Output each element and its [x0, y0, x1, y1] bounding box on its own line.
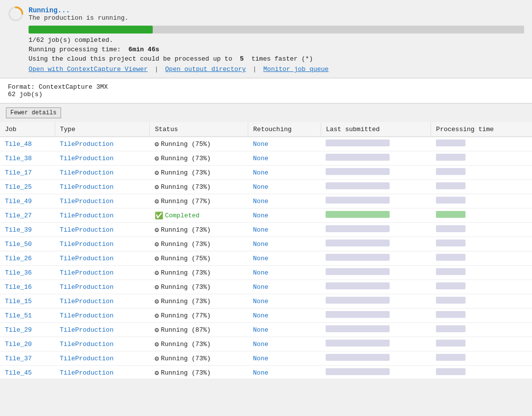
retouching-value: None: [248, 337, 321, 351]
blurred-date: [326, 139, 390, 146]
table-row: Tile_51TileProduction⚙Running (77%)None: [0, 309, 532, 323]
blurred-processing: [436, 311, 466, 318]
gear-icon: ⚙: [155, 340, 159, 348]
table-row: Tile_49TileProduction⚙Running (77%)None: [0, 194, 532, 208]
status-text: Running (77%): [161, 198, 210, 205]
table-row: Tile_25TileProduction⚙Running (73%)None: [0, 180, 532, 194]
type-link[interactable]: TileProduction: [60, 183, 113, 191]
job-link[interactable]: Tile_48: [5, 140, 32, 148]
status-running: ⚙Running (73%): [155, 340, 243, 348]
blurred-processing: [436, 282, 466, 289]
status-text: Running (73%): [161, 298, 210, 305]
last-submitted-value: [321, 237, 431, 251]
job-link[interactable]: Tile_27: [5, 212, 32, 219]
type-link[interactable]: TileProduction: [60, 298, 113, 305]
job-link[interactable]: Tile_20: [5, 341, 32, 348]
retouching-value: None: [248, 151, 321, 166]
type-link[interactable]: TileProduction: [60, 241, 113, 248]
table-row: Tile_36TileProduction⚙Running (73%)None: [0, 266, 532, 280]
gear-icon: ⚙: [155, 183, 159, 191]
status-completed: ✅Completed: [155, 211, 243, 220]
type-link[interactable]: TileProduction: [60, 212, 113, 219]
gear-icon: ⚙: [155, 269, 159, 277]
type-link[interactable]: TileProduction: [60, 269, 113, 277]
status-text: Running (75%): [161, 140, 210, 148]
blurred-date: [326, 325, 390, 332]
processing-time-value: [431, 280, 532, 294]
jobs-table: Job Type Status Retouching Last submitte…: [0, 122, 532, 379]
job-link[interactable]: Tile_25: [5, 183, 32, 191]
blurred-processing: [436, 340, 466, 347]
job-link[interactable]: Tile_36: [5, 269, 32, 277]
processing-time-value: [431, 337, 532, 351]
job-link[interactable]: Tile_51: [5, 312, 32, 319]
blurred-processing: [436, 182, 466, 189]
job-link[interactable]: Tile_29: [5, 326, 32, 334]
job-link[interactable]: Tile_38: [5, 155, 32, 162]
type-link[interactable]: TileProduction: [60, 326, 113, 334]
blurred-date: [326, 254, 390, 261]
blurred-date: [326, 268, 390, 275]
processing-time-value: [431, 266, 532, 280]
table-row: Tile_20TileProduction⚙Running (73%)None: [0, 337, 532, 351]
progress-bar-container: [29, 26, 524, 34]
progress-bar-fill: [29, 26, 153, 34]
type-link[interactable]: TileProduction: [60, 341, 113, 348]
type-link[interactable]: TileProduction: [60, 198, 113, 205]
type-link[interactable]: TileProduction: [60, 355, 113, 362]
retouching-value: None: [248, 323, 321, 337]
job-link[interactable]: Tile_15: [5, 298, 32, 305]
type-link[interactable]: TileProduction: [60, 226, 113, 234]
blurred-processing-green: [436, 211, 466, 218]
job-link[interactable]: Tile_16: [5, 283, 32, 291]
status-text: Running (73%): [161, 283, 210, 291]
type-link[interactable]: TileProduction: [60, 255, 113, 262]
job-link[interactable]: Tile_37: [5, 355, 32, 362]
last-submitted-value: [321, 151, 431, 166]
blurred-date: [326, 197, 390, 204]
status-running: ⚙Running (73%): [155, 297, 243, 306]
status-text: Running (73%): [161, 269, 210, 277]
last-submitted-value: [321, 351, 431, 366]
retouching-value: None: [248, 251, 321, 266]
blurred-date: [326, 311, 390, 318]
status-text: Running (77%): [161, 312, 210, 319]
status-running: ⚙Running (73%): [155, 183, 243, 191]
table-row: Tile_39TileProduction⚙Running (73%)None: [0, 223, 532, 237]
status-text: Running (73%): [161, 241, 210, 248]
col-type: Type: [55, 122, 150, 137]
last-submitted-value: [321, 208, 431, 223]
blurred-processing: [436, 225, 466, 232]
last-submitted-value: [321, 266, 431, 280]
status-running: ⚙Running (75%): [155, 254, 243, 263]
job-link[interactable]: Tile_50: [5, 241, 32, 248]
processing-time-value: [431, 166, 532, 180]
table-row: Tile_17TileProduction⚙Running (73%)None: [0, 166, 532, 180]
type-link[interactable]: TileProduction: [60, 369, 113, 377]
table-row: Tile_16TileProduction⚙Running (73%)None: [0, 280, 532, 294]
gear-icon: ⚙: [155, 326, 159, 334]
job-link[interactable]: Tile_45: [5, 369, 32, 377]
monitor-queue-link[interactable]: Monitor job queue: [264, 66, 329, 73]
open-output-link[interactable]: Open output directory: [165, 66, 246, 73]
col-processing-time: Processing time: [431, 122, 532, 137]
type-link[interactable]: TileProduction: [60, 283, 113, 291]
table-wrapper: Job Type Status Retouching Last submitte…: [0, 122, 532, 379]
gear-icon: ⚙: [155, 354, 159, 363]
fewer-details-button[interactable]: Fewer details: [6, 107, 61, 118]
processing-time-value: [431, 366, 532, 379]
processing-time-value: [431, 151, 532, 166]
type-link[interactable]: TileProduction: [60, 155, 113, 162]
type-link[interactable]: TileProduction: [60, 140, 113, 148]
retouching-value: None: [248, 180, 321, 194]
open-viewer-link[interactable]: Open with ContextCapture Viewer: [29, 66, 148, 73]
job-link[interactable]: Tile_17: [5, 169, 32, 176]
type-link[interactable]: TileProduction: [60, 169, 113, 176]
links-row: Open with ContextCapture Viewer | Open o…: [29, 66, 524, 73]
job-link[interactable]: Tile_26: [5, 255, 32, 262]
blurred-date: [326, 282, 390, 289]
job-link[interactable]: Tile_39: [5, 226, 32, 234]
gear-icon: ⚙: [155, 226, 159, 234]
type-link[interactable]: TileProduction: [60, 312, 113, 319]
job-link[interactable]: Tile_49: [5, 198, 32, 205]
